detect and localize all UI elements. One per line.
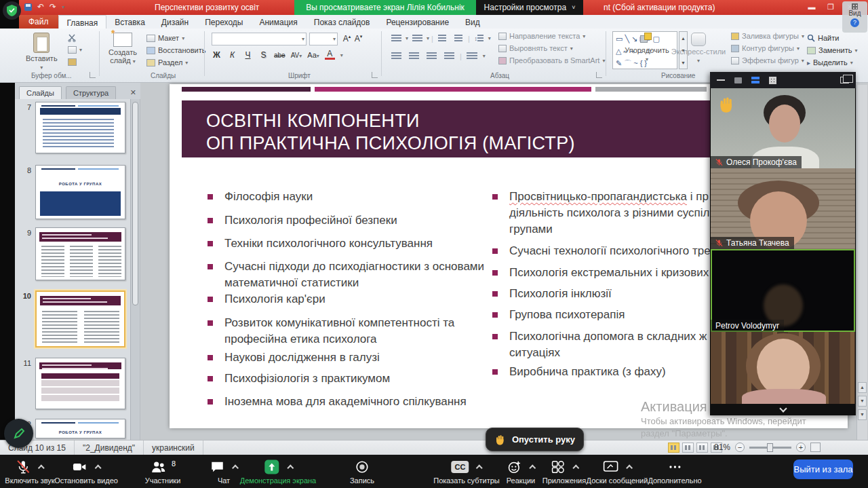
- zoom-in-button[interactable]: +: [796, 443, 806, 452]
- numbering-button[interactable]: [410, 33, 425, 44]
- speaker-view-icon[interactable]: [734, 77, 742, 83]
- slide-scrollbar[interactable]: ▲▲ ▼▼ ▼: [856, 85, 867, 440]
- slide-thumbnail-11[interactable]: 11: [20, 358, 125, 409]
- chevron-up-icon[interactable]: [626, 465, 633, 472]
- section-button[interactable]: Раздел▾: [146, 58, 188, 67]
- slide-thumbnail-12[interactable]: 12 РОБОТА У ГРУПАХ: [20, 419, 125, 438]
- chat-button[interactable]: Чат: [210, 459, 238, 485]
- language-indicator[interactable]: украинский: [144, 440, 203, 455]
- chevron-up-icon[interactable]: [38, 465, 45, 472]
- smartart-button[interactable]: Преобразовать в SmartArt▾: [498, 56, 605, 64]
- arrange-button[interactable]: Упорядочить▾: [623, 33, 671, 64]
- format-painter-button[interactable]: [68, 58, 77, 66]
- tab-slideshow[interactable]: Показ слайдов: [306, 15, 378, 29]
- strip-view-icon[interactable]: [751, 77, 760, 83]
- align-right-button[interactable]: [425, 50, 439, 62]
- video-tile-4[interactable]: [711, 332, 855, 404]
- tab-animations[interactable]: Анимация: [251, 15, 305, 29]
- whiteboards-button[interactable]: Доски сообщений: [587, 459, 648, 485]
- scroll-down-button[interactable]: ▼: [858, 409, 867, 420]
- apps-button[interactable]: Приложения: [542, 459, 586, 485]
- panel-close-icon[interactable]: ✕: [130, 88, 136, 97]
- strikethrough-button[interactable]: abe: [274, 52, 285, 59]
- chevron-up-icon[interactable]: [529, 465, 536, 472]
- new-slide-button[interactable]: * Создать слайд ▾: [103, 33, 142, 66]
- change-case-button[interactable]: Aa▾: [307, 51, 319, 59]
- minimize-videos-icon[interactable]: [717, 79, 725, 81]
- fit-to-window-button[interactable]: [810, 443, 821, 452]
- reading-view-button[interactable]: [696, 443, 708, 453]
- line-spacing-button[interactable]: ↕: [472, 33, 486, 44]
- clipboard-dialog-launcher-icon[interactable]: [90, 72, 96, 78]
- tab-view[interactable]: Вид: [457, 15, 488, 29]
- redo-icon[interactable]: ↷: [50, 2, 56, 12]
- previous-slide-button[interactable]: ▲▲: [858, 382, 867, 393]
- lower-hand-button[interactable]: Опустить руку: [486, 428, 584, 451]
- tab-transitions[interactable]: Переходы: [197, 15, 251, 29]
- font-color-button[interactable]: А: [325, 50, 335, 60]
- help-icon[interactable]: ?: [850, 18, 859, 27]
- align-left-button[interactable]: [389, 50, 403, 62]
- slide-sorter-view-button[interactable]: [682, 443, 694, 453]
- slide-thumbnail-8[interactable]: 8 РОБОТА У ГРУПАХ: [20, 165, 125, 219]
- tab-file[interactable]: Файл: [19, 15, 58, 29]
- cut-button[interactable]: [68, 34, 76, 42]
- zoom-view-overlay-button[interactable]: Вид ?: [842, 1, 867, 33]
- panel-scrollbar[interactable]: [130, 99, 140, 440]
- normal-view-button[interactable]: [668, 443, 679, 453]
- view-settings-dropdown[interactable]: Настройки просмотра ˅: [476, 0, 583, 15]
- find-button[interactable]: Найти: [807, 34, 839, 42]
- tab-home[interactable]: Главная: [58, 15, 107, 29]
- minimize-button[interactable]: ▬: [804, 3, 819, 11]
- text-shadow-button[interactable]: S: [258, 50, 269, 60]
- align-center-button[interactable]: [407, 50, 421, 62]
- font-name-select[interactable]: ▾: [212, 33, 307, 45]
- justify-button[interactable]: [442, 50, 456, 62]
- undo-icon[interactable]: ↶: [37, 2, 44, 12]
- leave-meeting-button[interactable]: Выйти из зала: [793, 459, 853, 479]
- slide-thumbnail-7[interactable]: 7: [20, 102, 125, 153]
- character-spacing-button[interactable]: AV▾: [291, 52, 302, 59]
- share-screen-button[interactable]: Демонстрация экрана: [240, 459, 316, 485]
- tab-design[interactable]: Дизайн: [153, 15, 197, 29]
- zoom-slider-thumb[interactable]: [767, 443, 773, 452]
- text-direction-button[interactable]: Направление текста▾: [498, 32, 585, 40]
- italic-button[interactable]: К: [227, 50, 237, 60]
- copy-button[interactable]: ▾: [68, 46, 82, 54]
- font-size-select[interactable]: ▾: [309, 33, 338, 45]
- collapse-videos-bar[interactable]: [710, 404, 856, 415]
- video-tile-2[interactable]: Татьяна Ткачева: [711, 168, 855, 249]
- align-text-button[interactable]: Выровнять текст▾: [498, 44, 573, 52]
- tab-insert[interactable]: Вставка: [106, 15, 153, 29]
- tab-slides-thumbnails[interactable]: Слайды: [19, 86, 62, 99]
- quick-styles-button[interactable]: Экспресс-стили▾: [670, 33, 727, 65]
- increase-indent-button[interactable]: [452, 33, 466, 44]
- reactions-button[interactable]: Реакции: [507, 459, 536, 485]
- unmute-button[interactable]: Включить звук: [5, 459, 54, 485]
- qat-customize-icon[interactable]: ▾: [62, 4, 64, 10]
- shrink-font-button[interactable]: А▾: [353, 34, 363, 43]
- replace-button[interactable]: Заменить▾: [807, 46, 857, 54]
- select-button[interactable]: ▸Выделить▾: [807, 58, 853, 67]
- layout-button[interactable]: Макет▾: [146, 34, 184, 42]
- decrease-indent-button[interactable]: [435, 33, 450, 44]
- shape-effects-button[interactable]: Эффекты фигур▾: [731, 56, 804, 64]
- bold-button[interactable]: Ж: [212, 50, 222, 60]
- grow-font-button[interactable]: А▴: [342, 34, 352, 43]
- annotation-tool-button[interactable]: [4, 419, 33, 448]
- zoom-out-button[interactable]: −: [735, 443, 745, 452]
- chevron-up-icon[interactable]: [476, 465, 483, 472]
- underline-button[interactable]: Ч: [243, 50, 253, 60]
- participants-button[interactable]: 8 Участники: [145, 459, 181, 485]
- record-button[interactable]: Запись: [350, 459, 374, 485]
- font-dialog-launcher-icon[interactable]: [372, 72, 378, 78]
- more-button[interactable]: Дополнительно: [648, 459, 701, 485]
- tab-review[interactable]: Рецензирование: [378, 15, 457, 29]
- restore-button[interactable]: ❐: [823, 3, 838, 12]
- paragraph-dialog-launcher-icon[interactable]: [596, 72, 602, 78]
- chevron-up-icon[interactable]: [95, 465, 102, 472]
- slide-thumbnail-10-current[interactable]: 10: [20, 290, 125, 348]
- chevron-up-icon[interactable]: [572, 465, 579, 472]
- captions-button[interactable]: CC Показать субтитры: [433, 459, 500, 485]
- video-tile-3-active-speaker[interactable]: Petrov Volodymyr: [711, 249, 855, 332]
